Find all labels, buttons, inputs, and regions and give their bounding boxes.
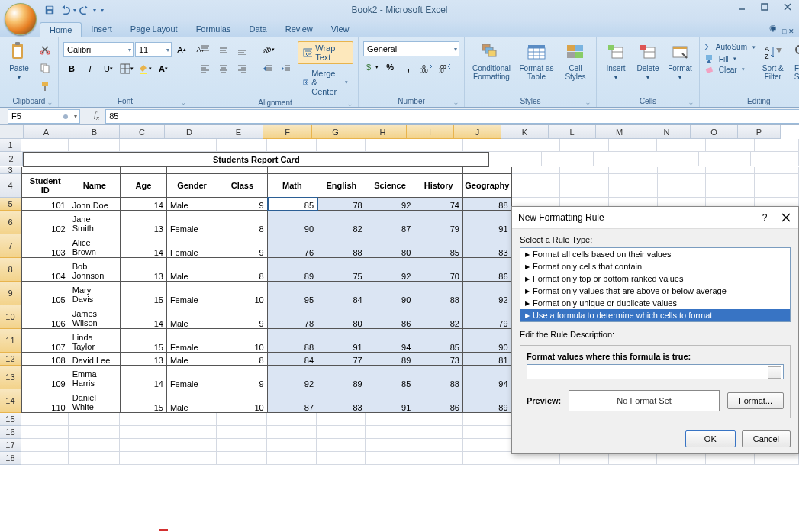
column-header[interactable]: O xyxy=(691,125,738,139)
cell[interactable] xyxy=(657,139,706,152)
column-header[interactable]: I xyxy=(407,125,454,139)
cell[interactable] xyxy=(21,167,69,174)
name-box[interactable]: F5 xyxy=(8,109,80,124)
formula-input-field[interactable] xyxy=(527,364,784,379)
cell[interactable] xyxy=(511,139,560,152)
cell[interactable]: EmmaHarris xyxy=(69,366,121,389)
cell[interactable]: 14 xyxy=(121,305,167,329)
font-color-icon[interactable]: A▾ xyxy=(155,60,172,77)
cell[interactable] xyxy=(21,413,69,426)
comma-icon[interactable]: , xyxy=(400,59,417,76)
column-header[interactable]: H xyxy=(359,125,407,139)
header-cell[interactable]: Class xyxy=(217,174,267,198)
cell[interactable]: 10 xyxy=(217,389,267,413)
cell[interactable]: 89 xyxy=(268,258,317,282)
cell[interactable]: 94 xyxy=(366,329,415,353)
close-button[interactable] xyxy=(776,0,799,14)
cell[interactable] xyxy=(121,167,167,174)
cell[interactable]: 70 xyxy=(414,258,463,282)
cell[interactable]: Female xyxy=(167,234,217,258)
format-painter-icon[interactable] xyxy=(37,78,53,95)
cell[interactable] xyxy=(167,167,217,174)
cell[interactable] xyxy=(609,167,658,174)
cell[interactable]: MaryDavis xyxy=(69,282,121,305)
row-header[interactable]: 16 xyxy=(0,426,21,439)
cell[interactable] xyxy=(414,413,463,426)
column-header[interactable]: G xyxy=(312,125,359,139)
increase-font-icon[interactable]: A▴ xyxy=(173,41,190,58)
cell[interactable]: 13 xyxy=(121,211,167,234)
format-as-table-button[interactable]: Format as Table xyxy=(517,38,556,81)
cell[interactable]: 84 xyxy=(268,353,317,366)
cell[interactable]: 106 xyxy=(21,305,69,329)
column-header[interactable]: E xyxy=(214,125,263,139)
align-center-icon[interactable] xyxy=(215,60,232,77)
cell[interactable]: 90 xyxy=(268,211,317,234)
cell[interactable] xyxy=(317,439,366,452)
cell[interactable]: 109 xyxy=(21,366,69,389)
cell[interactable]: 9 xyxy=(217,234,267,258)
header-cell[interactable]: Science xyxy=(366,174,415,198)
cell[interactable] xyxy=(217,139,266,152)
column-header[interactable]: N xyxy=(643,125,691,139)
cell[interactable]: 101 xyxy=(21,198,69,211)
column-header[interactable]: P xyxy=(738,125,781,139)
fx-icon[interactable]: fx xyxy=(94,110,99,121)
borders-icon[interactable]: ▾ xyxy=(118,60,135,77)
fill-button[interactable]: Fill ▾ xyxy=(704,54,756,63)
cell[interactable]: 102 xyxy=(21,211,69,234)
cell[interactable] xyxy=(217,426,266,439)
tab-review[interactable]: Review xyxy=(276,22,322,37)
row-header[interactable]: 1 xyxy=(0,139,21,152)
cell[interactable] xyxy=(120,413,166,426)
row-header[interactable]: 12 xyxy=(0,353,21,366)
cell[interactable] xyxy=(166,426,217,439)
cell[interactable]: LindaTaylor xyxy=(69,329,121,353)
cell[interactable] xyxy=(366,413,414,426)
cell[interactable]: 84 xyxy=(317,282,366,305)
cell[interactable]: 83 xyxy=(463,234,512,258)
cell[interactable] xyxy=(646,152,699,166)
rule-type-item[interactable]: Format only unique or duplicate values xyxy=(520,297,790,309)
cell[interactable]: 92 xyxy=(366,198,415,211)
cell[interactable]: 89 xyxy=(317,366,366,389)
cell[interactable]: Male xyxy=(167,353,217,366)
title-cell[interactable]: Students Report Card xyxy=(23,152,489,167)
column-header[interactable]: A xyxy=(24,125,69,139)
row-header[interactable]: 17 xyxy=(0,439,21,452)
cell[interactable]: DanielWhite xyxy=(69,389,121,413)
cell[interactable] xyxy=(658,167,707,174)
header-cell[interactable] xyxy=(512,174,561,198)
cell[interactable]: 83 xyxy=(317,389,366,413)
align-middle-icon[interactable] xyxy=(215,41,232,58)
cell[interactable] xyxy=(166,452,217,465)
cell[interactable] xyxy=(120,439,166,452)
cell[interactable]: 86 xyxy=(414,389,463,413)
cell[interactable] xyxy=(166,139,217,152)
cell[interactable]: 13 xyxy=(121,258,167,282)
cell[interactable]: Male xyxy=(167,305,217,329)
cell[interactable]: 90 xyxy=(366,282,415,305)
undo-dropdown-icon[interactable]: ▾ xyxy=(73,7,76,14)
column-header[interactable]: J xyxy=(454,125,501,139)
cell[interactable]: 90 xyxy=(463,329,512,353)
column-header[interactable]: K xyxy=(501,125,549,139)
cell[interactable]: Female xyxy=(167,211,217,234)
cell[interactable]: 15 xyxy=(121,389,167,413)
find-select-button[interactable]: Find Sele xyxy=(791,38,799,81)
cell[interactable]: AliceBrown xyxy=(69,234,121,258)
maximize-button[interactable] xyxy=(753,0,776,14)
cell[interactable] xyxy=(217,439,266,452)
cell[interactable]: 91 xyxy=(366,389,415,413)
sort-filter-button[interactable]: AZSort & Filter xyxy=(759,38,788,81)
cell[interactable] xyxy=(217,413,266,426)
cell[interactable]: 92 xyxy=(268,366,317,389)
format-button[interactable]: Format... xyxy=(727,392,784,409)
cell-styles-button[interactable]: Cell Styles xyxy=(559,38,591,81)
cell[interactable]: 107 xyxy=(21,329,69,353)
cell[interactable]: 88 xyxy=(414,282,463,305)
cell[interactable] xyxy=(267,439,317,452)
cell[interactable]: 95 xyxy=(268,282,317,305)
underline-icon[interactable]: U▾ xyxy=(100,60,117,77)
tab-page-layout[interactable]: Page Layout xyxy=(121,22,187,37)
